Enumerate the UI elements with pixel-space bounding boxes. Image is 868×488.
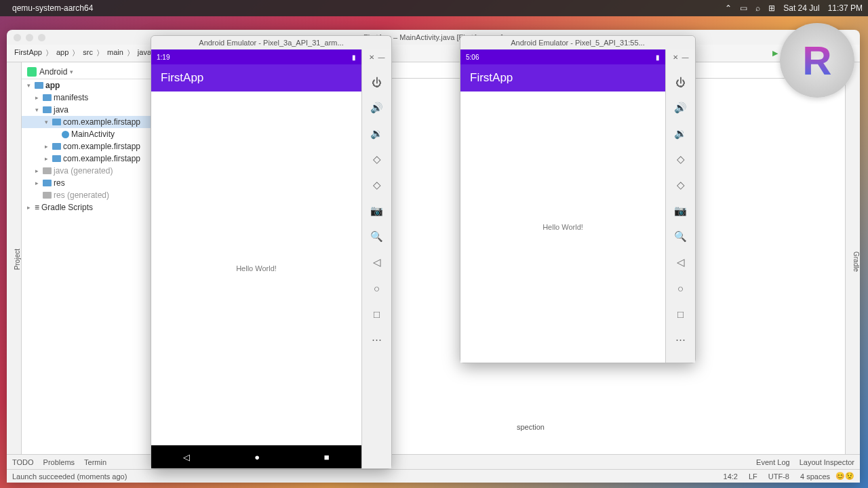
volume-up-icon[interactable]: 🔊 — [673, 100, 688, 115]
problems-button[interactable]: Problems — [43, 458, 75, 466]
chevron-icon[interactable]: ▾ — [35, 106, 41, 113]
back-icon[interactable]: ◁ — [183, 452, 190, 462]
tree-item[interactable]: ▸com.example.firstapp — [22, 140, 157, 152]
gradle-tab[interactable]: Gradle — [852, 251, 860, 272]
volume-up-icon[interactable]: 🔊 — [370, 100, 384, 115]
recents-icon[interactable]: ■ — [324, 452, 330, 462]
emulator-window-1: Android Emulator - Pixel_3a_API_31_arm..… — [151, 35, 392, 469]
menubar-date[interactable]: Sat 24 Jul — [783, 3, 819, 13]
home-icon[interactable]: ● — [254, 452, 260, 462]
overview-btn-icon[interactable]: □ — [673, 306, 688, 321]
chevron-icon[interactable]: ▸ — [35, 167, 41, 174]
folder-icon — [35, 82, 43, 89]
tree-label: manifests — [54, 93, 88, 102]
chevron-icon[interactable]: ▸ — [35, 180, 41, 186]
chevron-icon[interactable]: ▾ — [27, 82, 33, 89]
emulator-1-title: Android Emulator - Pixel_3a_API_31_arm..… — [151, 36, 391, 49]
minimize-icon[interactable]: — — [682, 54, 689, 61]
device-screen-1[interactable]: 1:19 ▮ FirstApp Hello World! ◁ ● ■ — [151, 49, 361, 468]
rotate-right-icon[interactable]: ◇ — [370, 178, 384, 192]
folder-icon — [43, 167, 52, 174]
breadcrumb-item[interactable]: main — [105, 48, 125, 58]
breadcrumb-item[interactable]: FirstApp — [12, 48, 44, 58]
back-btn-icon[interactable]: ◁ — [370, 255, 384, 270]
app-title: FirstApp — [470, 71, 513, 85]
menubar-app-title: qemu-system-aarch64 — [12, 3, 725, 13]
power-icon[interactable]: ⏻ — [370, 75, 384, 89]
encoding[interactable]: UTF-8 — [768, 472, 789, 481]
cursor-pos[interactable]: 14:2 — [724, 472, 738, 481]
tree-label: java (generated) — [54, 166, 113, 176]
close-icon[interactable]: ✕ — [673, 54, 678, 61]
breadcrumb[interactable]: FirstApp〉 app〉 src〉 main〉 java — [12, 48, 153, 58]
layout-inspector-button[interactable]: Layout Inspector — [800, 458, 854, 466]
tree-item[interactable]: ▸res — [22, 177, 157, 189]
home-btn-icon[interactable]: ○ — [673, 281, 688, 296]
window-traffic-lights[interactable] — [14, 34, 45, 41]
device-screen-2[interactable]: 5:06 ▮ FirstApp Hello World! — [460, 49, 665, 363]
run-icon[interactable]: ▶ — [770, 49, 780, 58]
rotate-right-icon[interactable]: ◇ — [673, 178, 688, 192]
volume-down-icon[interactable]: 🔉 — [370, 126, 384, 141]
tree-label: app — [45, 81, 60, 90]
search-icon[interactable]: ⌕ — [755, 3, 760, 13]
zoom-icon[interactable]: 🔍 — [673, 229, 688, 244]
app-bar: FirstApp — [151, 64, 361, 92]
battery-icon: ▮ — [352, 54, 356, 61]
close-icon[interactable]: ✕ — [369, 54, 374, 61]
indent[interactable]: 4 spaces — [800, 472, 830, 481]
control-center-icon[interactable]: ⊞ — [768, 3, 775, 13]
tree-item[interactable]: MainActivity — [22, 128, 157, 140]
chevron-icon[interactable]: ▸ — [45, 143, 50, 150]
tree-item[interactable]: ▾app — [22, 79, 157, 92]
hello-text: Hello World! — [542, 223, 583, 231]
tree-item[interactable]: ▸java (generated) — [22, 165, 157, 177]
terminal-button[interactable]: Termin — [84, 458, 106, 466]
event-log-button[interactable]: Event Log — [756, 458, 790, 466]
overview-btn-icon[interactable]: □ — [370, 306, 384, 321]
rotate-left-icon[interactable]: ◇ — [673, 152, 688, 167]
chevron-icon[interactable]: ▸ — [27, 204, 33, 211]
tree-label: com.example.firstapp — [63, 142, 140, 151]
emulator-2-title: Android Emulator - Pixel_5_API_31:55... — [460, 36, 695, 49]
zoom-icon[interactable]: 🔍 — [370, 229, 384, 244]
chevron-down-icon: ▾ — [70, 68, 73, 75]
camera-icon[interactable]: 📷 — [673, 203, 688, 218]
chevron-icon[interactable]: ▾ — [45, 119, 50, 125]
emulator-controls-1: ✕— ⏻ 🔊 🔉 ◇ ◇ 📷 🔍 ◁ ○ □ ⋯ — [361, 49, 391, 468]
camera-icon[interactable]: 📷 — [370, 203, 384, 218]
back-btn-icon[interactable]: ◁ — [673, 255, 688, 270]
folder-icon — [52, 119, 61, 125]
status-bar: Launch succeeded (moments ago) 14:2 LF U… — [7, 469, 860, 483]
tree-item[interactable]: res (generated) — [22, 189, 157, 201]
todo-button[interactable]: TODO — [12, 458, 34, 466]
breadcrumb-item[interactable]: src — [81, 48, 95, 58]
folder-icon — [43, 192, 52, 199]
power-icon[interactable]: ⏻ — [673, 75, 688, 89]
tree-item[interactable]: ▾com.example.firstapp — [22, 116, 157, 128]
home-btn-icon[interactable]: ○ — [370, 281, 384, 296]
chevron-icon[interactable]: ▸ — [35, 94, 41, 101]
tree-item[interactable]: ▸manifests — [22, 92, 157, 104]
wifi-icon[interactable]: ⌃ — [725, 3, 732, 13]
line-sep[interactable]: LF — [749, 472, 757, 481]
rotate-left-icon[interactable]: ◇ — [370, 152, 384, 167]
smiley-icon[interactable]: 😊 — [835, 472, 845, 481]
tree-item[interactable]: ▾java — [22, 104, 157, 116]
project-tab[interactable]: Project — [14, 249, 21, 270]
more-icon[interactable]: ⋯ — [370, 332, 384, 347]
tree-header[interactable]: Android ▾ — [22, 65, 157, 79]
sad-icon[interactable]: 😟 — [845, 472, 854, 481]
battery-icon[interactable]: ▭ — [740, 3, 747, 13]
minimize-icon[interactable]: — — [378, 54, 385, 61]
more-icon[interactable]: ⋯ — [673, 332, 688, 347]
folder-icon — [43, 106, 52, 113]
tree-item[interactable]: ▸com.example.firstapp — [22, 152, 157, 165]
chevron-icon[interactable]: ▸ — [45, 155, 50, 162]
folder-icon — [43, 180, 52, 186]
tree-item[interactable]: ▸≡Gradle Scripts — [22, 201, 157, 214]
volume-down-icon[interactable]: 🔉 — [673, 126, 688, 141]
menubar-time[interactable]: 11:37 PM — [828, 3, 863, 13]
breadcrumb-item[interactable]: app — [54, 48, 71, 58]
app-content: Hello World! — [460, 92, 665, 363]
